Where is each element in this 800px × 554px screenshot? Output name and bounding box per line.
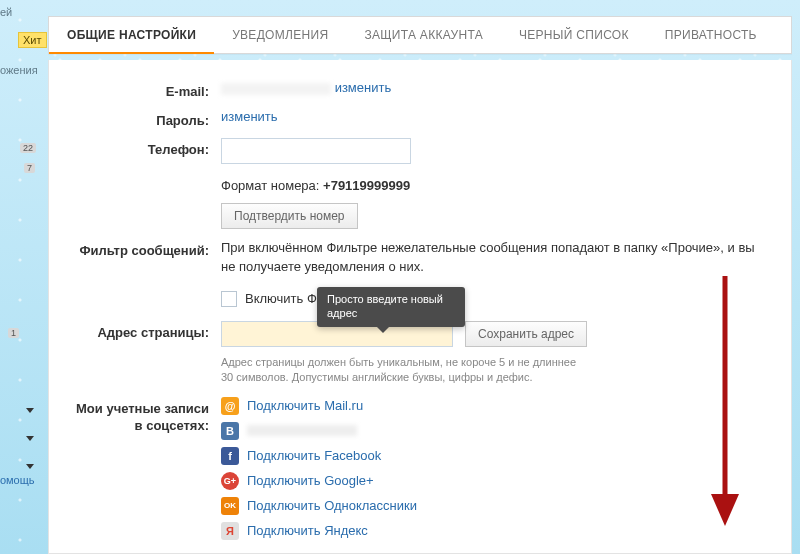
address-label: Адрес страницы: <box>73 321 221 340</box>
tab-blacklist[interactable]: ЧЕРНЫЙ СПИСОК <box>501 17 647 53</box>
social-label-1: Мои учетные записи <box>73 401 209 418</box>
tab-protection[interactable]: ЗАЩИТА АККАУНТА <box>346 17 501 53</box>
phone-label: Телефон: <box>73 138 221 157</box>
save-address-button[interactable]: Сохранить адрес <box>465 321 587 347</box>
address-tooltip: Просто введите новый адрес <box>317 287 465 327</box>
email-change-link[interactable]: изменить <box>335 80 392 95</box>
mailru-icon: @ <box>221 397 239 415</box>
social-connect-ok[interactable]: OK Подключить Одноклассники <box>221 497 767 515</box>
phone-format-sample: +79119999999 <box>323 178 410 193</box>
password-label: Пароль: <box>73 109 221 128</box>
frag-text: ей <box>0 6 12 18</box>
settings-tabs: ОБЩИЕ НАСТРОЙКИ УВЕДОМЛЕНИЯ ЗАЩИТА АККАУ… <box>48 16 792 54</box>
social-google-label: Подключить Google+ <box>247 473 374 488</box>
count-badge-1: 1 <box>8 328 19 338</box>
hit-badge: Хит <box>18 32 47 48</box>
filter-checkbox[interactable] <box>221 291 237 307</box>
email-label: E-mail: <box>73 80 221 99</box>
social-connected-vk[interactable]: B <box>221 422 767 440</box>
settings-panel: E-mail: изменить Пароль: изменить Телефо… <box>48 60 792 554</box>
frag-text-2: ожения <box>0 64 38 76</box>
tab-privacy[interactable]: ПРИВАТНОСТЬ <box>647 17 775 53</box>
social-mailru-label: Подключить Mail.ru <box>247 398 363 413</box>
odnoklassniki-icon: OK <box>221 497 239 515</box>
tab-notifications[interactable]: УВЕДОМЛЕНИЯ <box>214 17 346 53</box>
social-connect-mailru[interactable]: @ Подключить Mail.ru <box>221 397 767 415</box>
chevron-down-icon[interactable] <box>26 408 34 413</box>
left-sidebar-fragment: ей Хит ожения 22 7 1 | Помощь <box>0 0 40 554</box>
password-change-link[interactable]: изменить <box>221 109 278 124</box>
confirm-phone-button[interactable]: Подтвердить номер <box>221 203 358 229</box>
chevron-down-icon[interactable] <box>26 436 34 441</box>
social-connect-yandex[interactable]: Я Подключить Яндекс <box>221 522 767 540</box>
address-hint: Адрес страницы должен быть уникальным, н… <box>221 355 581 385</box>
count-badge-7: 7 <box>24 163 35 173</box>
social-facebook-label: Подключить Facebook <box>247 448 381 463</box>
email-value-redacted <box>221 83 331 95</box>
vk-account-redacted <box>247 425 357 436</box>
filter-description: При включённом Фильтре нежелательные соо… <box>221 239 767 277</box>
social-label-2: в соцсетях: <box>73 418 209 435</box>
social-connect-google[interactable]: G+ Подключить Google+ <box>221 472 767 490</box>
vk-icon: B <box>221 422 239 440</box>
facebook-icon: f <box>221 447 239 465</box>
count-badge-22: 22 <box>20 143 36 153</box>
yandex-icon: Я <box>221 522 239 540</box>
social-ok-label: Подключить Одноклассники <box>247 498 417 513</box>
phone-input[interactable] <box>221 138 411 164</box>
filter-label: Фильтр сообщений: <box>73 239 221 258</box>
social-connect-facebook[interactable]: f Подключить Facebook <box>221 447 767 465</box>
help-link[interactable]: | Помощь <box>0 462 40 486</box>
social-yandex-label: Подключить Яндекс <box>247 523 368 538</box>
tab-general[interactable]: ОБЩИЕ НАСТРОЙКИ <box>49 17 214 54</box>
phone-format-text: Формат номера: <box>221 178 323 193</box>
google-plus-icon: G+ <box>221 472 239 490</box>
